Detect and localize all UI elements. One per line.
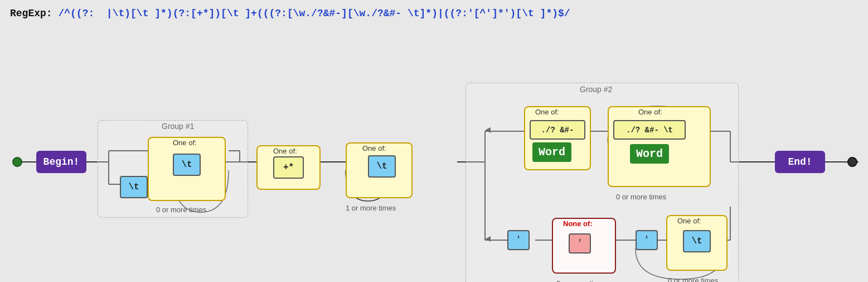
tab-node-2: \t (173, 154, 201, 176)
chars-node-2: ./? &#- \t (613, 120, 686, 140)
tab-node-4: \t (683, 230, 711, 252)
one-of-chars-label-1: One of: (535, 108, 559, 116)
repeat-label-3: 0 or more times (616, 193, 666, 201)
start-circle (12, 157, 22, 167)
group1-label: Group #1 (162, 122, 194, 131)
plus-node: +* (273, 156, 304, 179)
one-of-label-plus: One of: (273, 147, 297, 155)
repeat-label-4: 0 or more times (556, 279, 607, 282)
chars-node-1: ./? &#- (530, 120, 585, 140)
group2-label: Group #2 (580, 85, 612, 94)
repeat-label-1: 0 or more times (156, 205, 206, 214)
regexp-pattern: /^((?: |\t)[\t ]*)(?:[+*])[\t ]+(((?:[\w… (58, 8, 570, 19)
none-quote-node: ' (569, 233, 591, 254)
tab-node-3: \t (368, 155, 396, 178)
word-node-1: Word (532, 142, 571, 162)
end-circle (847, 157, 857, 167)
diagram-area: Begin! Group #1 \t One of: \t 0 or more … (0, 34, 868, 282)
regexp-label: RegExp: (10, 8, 52, 19)
repeat-label-2: 1 or more times (346, 204, 396, 212)
one-of-label-1: One of: (173, 138, 197, 147)
tab-node-1: \t (120, 176, 148, 198)
one-of-label-bottom: One of: (677, 217, 701, 225)
one-of-label-2: One of: (362, 144, 386, 152)
regexp-header: RegExp: /^((?: |\t)[\t ]*)(?:[+*])[\t ]+… (0, 0, 868, 27)
word-node-2: Word (630, 144, 669, 164)
end-node: End! (775, 151, 825, 173)
one-of-chars-label-2: One of: (638, 108, 662, 116)
quote-node-1: ' (507, 230, 530, 250)
repeat-label-5: 0 or more times (668, 276, 718, 282)
quote-node-2: ' (636, 230, 658, 250)
none-of-label: None of: (563, 219, 593, 228)
begin-node: Begin! (36, 151, 86, 173)
